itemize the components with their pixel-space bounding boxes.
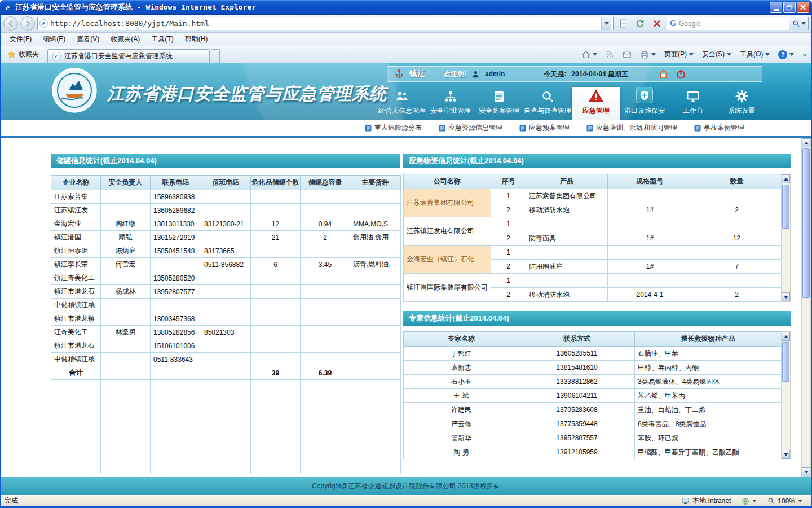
page-scrollbar[interactable]	[801, 138, 811, 477]
approval-icon	[443, 89, 458, 103]
subnav-label: 重大危险源分布	[374, 123, 422, 133]
help-button[interactable]: ?	[775, 49, 797, 61]
toolbar-overflow-button[interactable]: »	[799, 49, 810, 60]
zoom-control[interactable]: 100%	[762, 497, 807, 506]
table-cell	[251, 380, 301, 474]
subnav-item-accident-cases[interactable]: 事故案例管理	[694, 123, 744, 133]
table-cell	[101, 312, 151, 326]
table-cell	[301, 380, 350, 474]
scroll-up-button[interactable]	[782, 332, 790, 341]
table-header-row: 企业名称安全负责人联系电话值班电话危化品储罐个数储罐总容量主要货种	[51, 176, 401, 190]
scroll-thumb[interactable]	[802, 148, 810, 298]
site-logo	[52, 68, 97, 113]
menu-help[interactable]: 帮助(H)	[180, 33, 213, 46]
tank-panel-title: 储罐信息统计(截止2014.04.04)	[51, 154, 400, 168]
table-row: 许建民13705283608重油、白蜡油、丁二烯	[404, 403, 782, 417]
table-cell	[350, 353, 401, 366]
search-input[interactable]	[679, 20, 786, 28]
safety-menu-button[interactable]: 安全(S)	[699, 48, 735, 61]
table-cell	[350, 326, 401, 339]
compatibility-view-button[interactable]	[616, 17, 630, 30]
menu-edit[interactable]: 编辑(E)	[38, 33, 70, 46]
page-menu-button[interactable]: 页面(P)	[661, 48, 697, 61]
nav-item-workbench[interactable]: 工作台	[669, 87, 717, 120]
column-header: 企业名称	[51, 176, 101, 190]
subnav-item-training-drill[interactable]: 应急培训、演练和演习管理	[586, 123, 677, 133]
nav-item-safety-approval[interactable]: 安全审批管理	[426, 87, 475, 120]
mail-icon	[623, 50, 632, 59]
scroll-up-button[interactable]	[782, 174, 790, 183]
url-input[interactable]	[50, 19, 599, 28]
table-row: 镇江港国顾弘13615272919212食用油,食用	[51, 231, 401, 244]
supplies-scrollbar[interactable]	[781, 174, 791, 302]
search-box[interactable]: G	[667, 17, 809, 30]
table-cell	[301, 299, 350, 312]
table-cell	[101, 366, 151, 380]
address-dropdown-button[interactable]	[601, 17, 611, 30]
table-row: 江苏索普集团有限公司1江苏索普集团有限公司	[404, 189, 782, 203]
back-button[interactable]	[3, 16, 18, 31]
close-button[interactable]	[797, 2, 809, 13]
menu-file[interactable]: 文件(F)	[5, 33, 37, 46]
security-report-button[interactable]	[736, 497, 762, 506]
favorites-button[interactable]: 收藏夹	[2, 48, 44, 61]
home-button[interactable]	[578, 49, 601, 61]
table-cell: 13505280520	[151, 271, 201, 285]
table-row: 王 斌13906104211苯乙烯、甲苯丙	[404, 389, 782, 403]
table-cell: 防毒面具	[526, 231, 608, 246]
menu-favorites[interactable]: 收藏夹(A)	[105, 33, 145, 46]
scroll-down-button[interactable]	[802, 467, 810, 476]
restore-button[interactable]	[783, 2, 796, 13]
tools-menu-button[interactable]: 工具(O)	[736, 48, 773, 61]
menu-view[interactable]: 查看(V)	[72, 33, 104, 46]
scroll-down-button[interactable]	[782, 450, 790, 459]
table-cell	[201, 380, 251, 474]
new-tab-stub[interactable]	[211, 49, 220, 63]
table-cell: 1	[491, 274, 526, 288]
stop-button[interactable]	[650, 17, 664, 30]
column-header: 危化品储罐个数	[251, 176, 301, 190]
subnav-item-plan-management[interactable]: 应急预案管理	[519, 123, 570, 133]
search-button[interactable]	[789, 17, 808, 30]
table-cell: 镇江市港龙石	[51, 285, 101, 299]
forward-button[interactable]	[20, 16, 35, 31]
table-cell: 顾弘	[101, 231, 151, 244]
nav-item-safety-record[interactable]: 安全备案管理	[475, 87, 523, 120]
feeds-button[interactable]	[602, 49, 617, 60]
subnav-label: 应急预案管理	[529, 123, 570, 133]
nav-item-operator-info[interactable]: 经营人信息管理	[378, 87, 426, 120]
table-cell	[201, 353, 251, 366]
experts-scrollbar[interactable]	[781, 331, 791, 459]
print-button[interactable]	[637, 49, 659, 61]
minimize-button[interactable]	[770, 2, 782, 13]
table-cell: 1#	[608, 231, 692, 246]
scroll-thumb[interactable]	[782, 185, 789, 229]
list-icon	[519, 125, 526, 132]
address-field[interactable]: e	[37, 17, 614, 30]
table-cell: 13912105959	[519, 445, 635, 459]
table-cell	[608, 246, 692, 260]
nav-item-emergency-management[interactable]: 应急管理	[572, 87, 620, 120]
ie-icon: e	[3, 3, 12, 12]
menu-tools[interactable]: 工具(T)	[146, 33, 178, 46]
subnav-item-resource-info[interactable]: 应急资源信息管理	[439, 123, 502, 133]
scroll-up-button[interactable]	[802, 138, 810, 147]
scroll-thumb[interactable]	[782, 342, 789, 382]
table-cell: 石小玉	[404, 375, 519, 389]
table-row: 陶 勇13912105959甲缩醛、甲基异丁基酮、乙酸乙酯	[404, 445, 782, 459]
table-cell: 袁新忠	[404, 361, 519, 375]
nav-item-system-settings[interactable]: 系统设置	[717, 87, 766, 120]
nav-item-port-security[interactable]: 港口设施保安	[620, 87, 669, 120]
logout-button[interactable]	[674, 68, 687, 80]
table-cell	[101, 353, 151, 366]
scroll-down-button[interactable]	[782, 292, 790, 301]
welcome-label: 欢迎您!	[444, 69, 466, 79]
read-mail-button[interactable]	[619, 49, 635, 61]
zone-indicator: 本地 Intranet	[676, 497, 736, 506]
subnav-item-hazard-distribution[interactable]: 重大危险源分布	[365, 123, 422, 133]
home-shortcut-button[interactable]	[657, 68, 669, 80]
table-cell: 13013011330	[151, 217, 201, 231]
nav-item-self-inspection[interactable]: 自查与督查管理	[523, 87, 572, 120]
tab-current-page[interactable]: e 江苏省港口安全监管与应急管理系统	[47, 49, 210, 63]
refresh-button[interactable]	[633, 17, 647, 30]
